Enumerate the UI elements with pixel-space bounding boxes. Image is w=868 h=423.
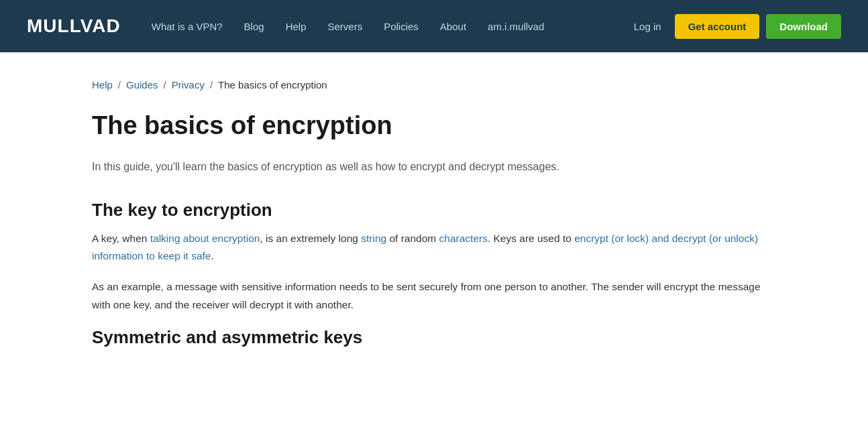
nav-what-is-vpn[interactable]: What is a VPN? bbox=[141, 21, 233, 32]
nav-login[interactable]: Log in bbox=[627, 21, 668, 32]
nav-ami[interactable]: am.i.mullvad bbox=[477, 21, 555, 32]
section2-heading: Symmetric and asymmetric keys bbox=[92, 327, 776, 348]
breadcrumb-privacy[interactable]: Privacy bbox=[172, 79, 205, 90]
page-title: The basics of encryption bbox=[92, 111, 776, 141]
breadcrumb-sep-1: / bbox=[118, 79, 121, 90]
get-account-button[interactable]: Get account bbox=[675, 14, 760, 39]
site-logo[interactable]: MULLVAD bbox=[27, 15, 121, 37]
nav-actions: Log in Get account Download bbox=[627, 14, 841, 39]
section1-para2: As an example, a message with sensitive … bbox=[92, 278, 776, 314]
breadcrumb-help[interactable]: Help bbox=[92, 79, 113, 90]
breadcrumb-guides[interactable]: Guides bbox=[126, 79, 158, 90]
nav-blog[interactable]: Blog bbox=[233, 21, 275, 32]
nav-policies[interactable]: Policies bbox=[373, 21, 429, 32]
breadcrumb-current: The basics of encryption bbox=[218, 79, 327, 90]
nav-about[interactable]: About bbox=[429, 21, 477, 32]
nav-servers[interactable]: Servers bbox=[317, 21, 373, 32]
breadcrumb-sep-2: / bbox=[164, 79, 166, 90]
section1-para1: A key, when talking about encryption, is… bbox=[92, 230, 776, 265]
section1-heading: The key to encryption bbox=[92, 200, 776, 221]
intro-text: In this guide, you'll learn the basics o… bbox=[92, 158, 776, 176]
navbar: MULLVAD What is a VPN? Blog Help Servers… bbox=[0, 0, 868, 52]
breadcrumb: Help / Guides / Privacy / The basics of … bbox=[92, 79, 776, 90]
download-button[interactable]: Download bbox=[766, 14, 841, 39]
main-content: Help / Guides / Privacy / The basics of … bbox=[52, 52, 816, 384]
nav-links: What is a VPN? Blog Help Servers Policie… bbox=[141, 21, 627, 32]
breadcrumb-sep-3: / bbox=[210, 79, 213, 90]
nav-help[interactable]: Help bbox=[275, 21, 317, 32]
